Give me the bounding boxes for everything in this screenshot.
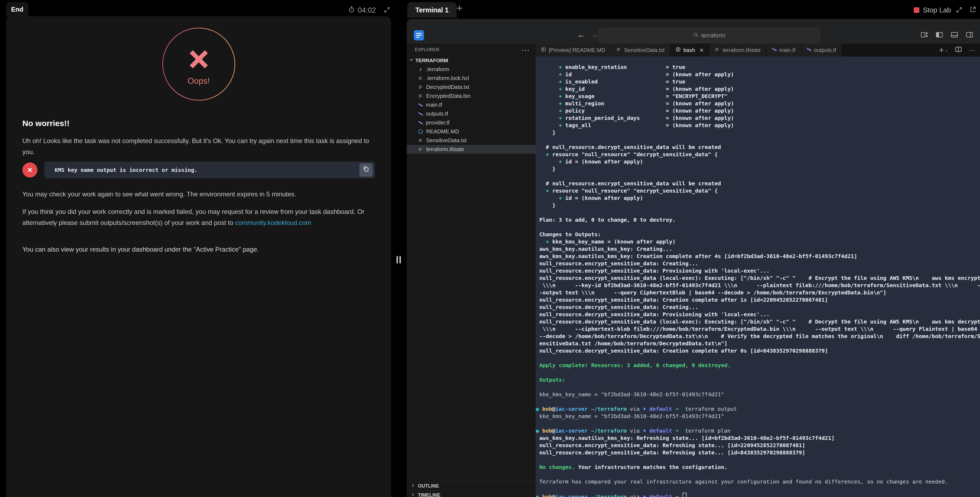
terminal-output[interactable]: + enable_key_rotation = true + id = (kno… <box>536 57 980 497</box>
command-search-input[interactable]: terraform <box>599 28 820 43</box>
error-x-icon: ✕ <box>22 162 37 177</box>
terminal-line: + rotation_period_in_days = (known after… <box>539 115 980 122</box>
stop-lab-button[interactable]: Stop Lab <box>914 6 951 14</box>
external-link-icon[interactable] <box>969 6 977 14</box>
file-icon <box>418 76 423 81</box>
toggle-panel-icon[interactable] <box>950 31 958 40</box>
terminal-line <box>539 369 980 376</box>
tab-bash[interactable]: bash✕ <box>670 44 709 57</box>
terminal-line: } <box>539 166 980 173</box>
file-name: provider.tf <box>426 119 450 126</box>
terminal-line <box>539 486 980 493</box>
tab--preview-readme-md[interactable]: [Preview] README.MD <box>536 44 611 57</box>
file-row-encrypteddata-bin[interactable]: EncryptedData.bin <box>407 92 536 100</box>
file-row-outputs-tf[interactable]: outputs.tf <box>407 109 536 118</box>
terminal-line: null_resource.encrypt_sensitive_data (lo… <box>539 274 980 282</box>
explorer-file-list: .terraform.terraform.lock.hclDecryptedDa… <box>407 65 536 154</box>
svg-text:i: i <box>420 130 421 133</box>
file-name: SensitiveData.txt <box>426 137 466 143</box>
terminal-line: + id = (known after apply) <box>539 194 980 202</box>
error-message: KMS key name output is incorrect or miss… <box>55 165 197 176</box>
file-row--terraform[interactable]: .terraform <box>407 65 536 74</box>
editor-tabbar: [Preview] README.MDSensitiveData.txtbash… <box>536 44 980 57</box>
file-row-main-tf[interactable]: main.tf <box>407 100 536 109</box>
terminal-line: Outputs: <box>539 376 980 384</box>
copy-button[interactable] <box>360 163 373 177</box>
file-icon <box>418 138 423 143</box>
new-editor-plus-icon[interactable]: +⌄ <box>939 46 948 55</box>
tab-main-tf[interactable]: main.tf <box>766 44 801 57</box>
tab-label: bash <box>683 47 695 53</box>
stop-square-icon <box>914 7 920 13</box>
terminal-line: null_resource.decrypt_sensitive_data: Cr… <box>539 347 980 355</box>
terminal-line: No changes. Your infrastructure matches … <box>539 464 980 471</box>
end-session-button[interactable]: End <box>6 2 28 17</box>
terminal-line: + id = (known after apply) <box>539 71 980 78</box>
tab-separator <box>450 5 450 14</box>
terminal-line: ● bob@iac-server ~/terraform via ♦ defau… <box>539 493 980 497</box>
section-timeline[interactable]: TIMELINE <box>407 491 536 497</box>
terminal-line: + tags_all = (known after apply) <box>539 122 980 129</box>
terminal-line <box>539 471 980 478</box>
terminal-line: } <box>539 202 980 209</box>
section-outline[interactable]: OUTLINE <box>407 481 536 491</box>
terminal-line: + multi_region = (known after apply) <box>539 100 980 107</box>
panel-resize-handle[interactable] <box>396 256 401 263</box>
vscode-window: ← → terraform <box>407 19 980 497</box>
chevron-right-icon <box>410 483 415 489</box>
file-name: .terraform <box>426 66 449 72</box>
tab-sensitivedata-txt[interactable]: SensitiveData.txt <box>611 44 670 57</box>
session-timer: 04:02 <box>348 6 376 15</box>
more-actions-icon[interactable]: ··· <box>969 46 975 54</box>
terminal-line: null_resource.encrypt_sensitive_data: Pr… <box>539 267 980 274</box>
explorer-more-actions-icon[interactable]: ··· <box>521 46 530 54</box>
new-terminal-button[interactable]: + <box>456 3 463 13</box>
file-row-sensitivedata-txt[interactable]: SensitiveData.txt <box>407 136 536 145</box>
terminal-1-tab[interactable]: Terminal 1 <box>407 2 457 18</box>
file-icon <box>616 47 622 53</box>
customize-layout-icon[interactable] <box>920 31 928 40</box>
forward-arrow-icon[interactable]: → <box>591 30 599 39</box>
terminal-line: Changes to Outputs: <box>539 231 980 238</box>
file-row-decrypteddata-txt[interactable]: DecryptedData.txt <box>407 83 536 92</box>
terminal-line: # null_resource.encrypt_sensitive_data w… <box>539 180 980 187</box>
back-arrow-icon[interactable]: ← <box>577 30 585 39</box>
terminal-line <box>539 456 980 464</box>
file-row-terraform-tfstate[interactable]: terraform.tfstate <box>407 145 536 154</box>
fullscreen-icon[interactable] <box>956 6 963 14</box>
file-row--terraform-lock-hcl[interactable]: .terraform.lock.hcl <box>407 74 536 83</box>
tab-label: terraform.tfstate <box>722 47 760 53</box>
terminal-line: + enable_key_rotation = true <box>539 64 980 71</box>
toggle-secondary-sidebar-icon[interactable] <box>966 31 974 40</box>
page-title: No worries!! <box>22 118 375 128</box>
terminal-line: -output text \\\n --query CiphertextBlob… <box>539 289 980 296</box>
terminal-line: Apply complete! Resources: 3 added, 0 ch… <box>539 362 980 369</box>
tab-terraform-tfstate[interactable]: terraform.tfstate <box>709 44 766 57</box>
terminal-line <box>539 355 980 362</box>
task-result-panel: Oops! No worries!! Uh oh! Looks like the… <box>6 16 391 497</box>
terminal-cursor <box>682 493 687 497</box>
terminal-line: + key_id = (known after apply) <box>539 85 980 93</box>
split-editor-icon[interactable] <box>955 46 962 55</box>
search-icon <box>693 32 698 39</box>
file-name: main.tf <box>426 102 442 108</box>
tab-outputs-tf[interactable]: outputs.tf <box>801 44 842 57</box>
preview-icon <box>541 47 546 53</box>
terminal-line: null_resource.decrypt_sensitive_data: Cr… <box>539 304 980 311</box>
terminal-line: kke_kms_key_name = "bf2bd3ad-3610-48e2-b… <box>539 391 980 398</box>
toggle-sidebar-icon[interactable] <box>935 31 943 40</box>
community-link[interactable]: community.kodekloud.com <box>235 219 311 226</box>
section-label: TIMELINE <box>418 492 441 497</box>
search-value: terraform <box>701 32 725 39</box>
close-icon[interactable]: ✕ <box>699 47 704 53</box>
file-icon <box>715 47 720 53</box>
result-paragraph-3: If you think you did your work correctly… <box>22 206 375 228</box>
workspace-section-header[interactable]: TERRAFORM <box>407 56 536 65</box>
file-name: .terraform.lock.hcl <box>426 75 469 81</box>
file-row-readme-md[interactable]: iREADME.MD <box>407 127 536 136</box>
file-row-provider-tf[interactable]: provider.tf <box>407 118 536 127</box>
file-name: terraform.tfstate <box>426 146 464 153</box>
tab-label: outputs.tf <box>814 47 836 53</box>
fullscreen-icon[interactable] <box>383 6 390 14</box>
terminal-line: null_resource.decrypt_sensitive_data (lo… <box>539 318 980 325</box>
